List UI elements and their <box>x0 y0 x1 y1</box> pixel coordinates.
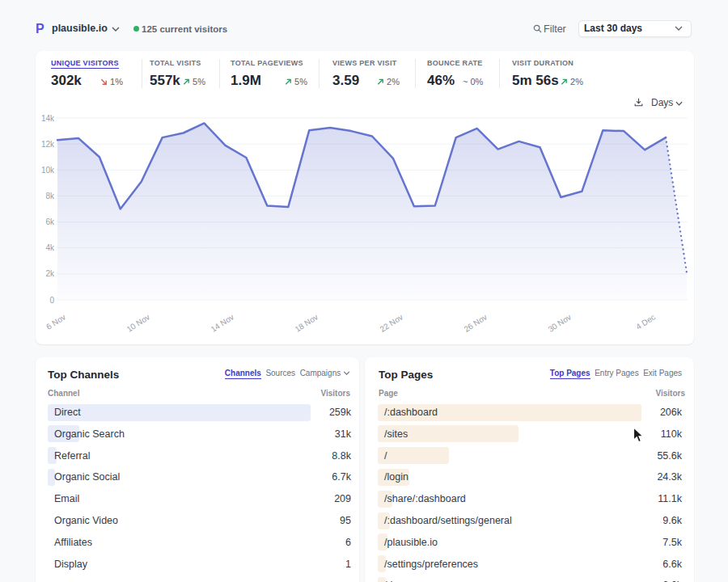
svg-text:22 Nov: 22 Nov <box>379 312 405 333</box>
svg-text:4 Dec: 4 Dec <box>634 312 657 331</box>
svg-text:2k: 2k <box>45 269 55 278</box>
svg-text:12k: 12k <box>41 140 55 149</box>
svg-text:0: 0 <box>49 296 54 305</box>
svg-text:30 Nov: 30 Nov <box>547 312 574 333</box>
svg-text:14k: 14k <box>41 114 55 123</box>
svg-text:8k: 8k <box>45 192 55 200</box>
svg-text:10 Nov: 10 Nov <box>125 312 152 333</box>
svg-text:10k: 10k <box>41 166 55 175</box>
svg-text:14 Nov: 14 Nov <box>210 312 236 333</box>
svg-text:4k: 4k <box>45 243 55 252</box>
svg-text:18 Nov: 18 Nov <box>294 312 320 333</box>
svg-text:6k: 6k <box>45 217 55 226</box>
svg-text:26 Nov: 26 Nov <box>463 312 489 333</box>
svg-text:6 Nov: 6 Nov <box>44 312 67 331</box>
